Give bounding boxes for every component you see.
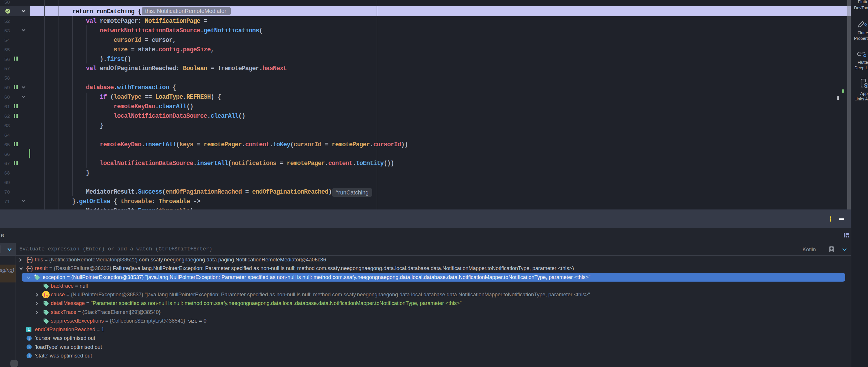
svg-text:x: x <box>46 294 48 298</box>
